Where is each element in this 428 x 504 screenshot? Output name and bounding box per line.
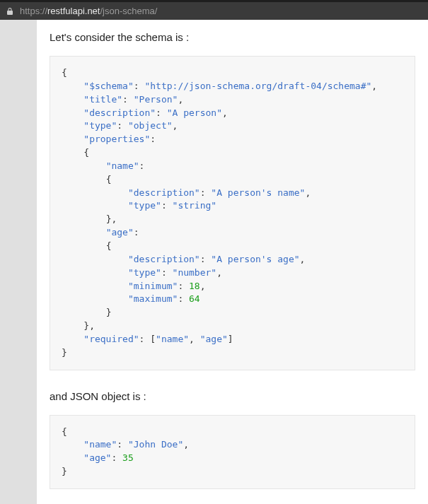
page-background: Let's consider the schema is : { "$schem…: [0, 20, 428, 504]
schema-code-block: { "$schema": "http://json-schema.org/dra…: [50, 56, 415, 370]
url-scheme: https://: [20, 6, 47, 16]
intro-text-2: and JSON object is :: [50, 390, 415, 402]
intro-text-1: Let's consider the schema is :: [50, 31, 415, 43]
object-code-block: { "name": "John Doe", "age": 35 }: [50, 415, 415, 489]
article-content: Let's consider the schema is : { "$schem…: [37, 20, 428, 504]
url-host: restfulapi.net: [47, 6, 100, 16]
url-path: /json-schema/: [100, 6, 157, 16]
lock-icon: [6, 7, 14, 16]
address-bar[interactable]: https:// restfulapi.net /json-schema/: [0, 0, 428, 20]
